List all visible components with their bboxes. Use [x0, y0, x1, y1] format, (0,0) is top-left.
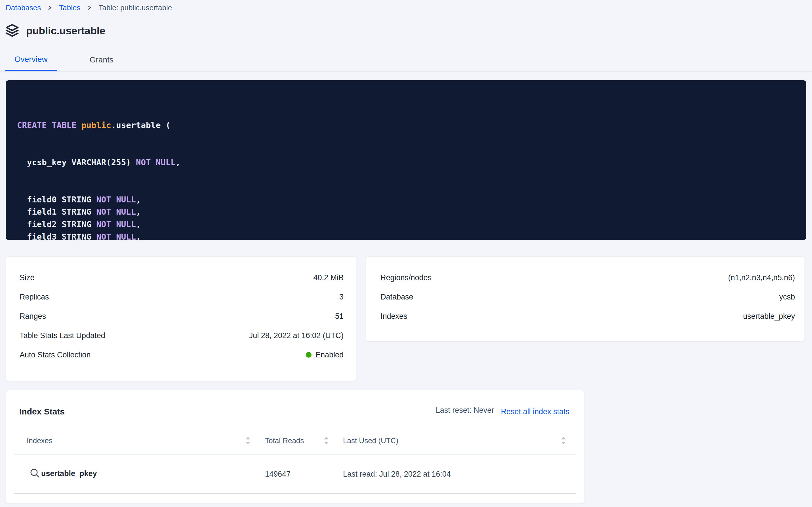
- sql-line: field0 STRING NOT NULL,: [17, 193, 798, 206]
- stat-label: Regions/nodes: [380, 273, 432, 282]
- table-row[interactable]: usertable_pkey 149647 Last read: Jul 28,…: [14, 454, 576, 494]
- stat-row: Table Stats Last Updated Jul 28, 2022 at…: [6, 326, 356, 345]
- stat-label: Size: [19, 273, 35, 282]
- last-used-value: Last read: Jul 28, 2022 at 16:04: [343, 470, 451, 478]
- stat-value: usertable_pkey: [743, 312, 795, 321]
- table-meta-card: Regions/nodes (n1,n2,n3,n4,n5,n6) Databa…: [366, 256, 804, 341]
- breadcrumb-link-tables[interactable]: Tables: [59, 3, 80, 12]
- sort-icon[interactable]: [323, 436, 330, 447]
- tab-grants[interactable]: Grants: [80, 49, 123, 71]
- stat-row: Replicas 3: [6, 287, 356, 306]
- sql-line: CREATE TABLE public.usertable (: [17, 119, 798, 132]
- reset-index-stats-link[interactable]: Reset all index stats: [501, 407, 569, 416]
- index-stats-card: Index Stats Last reset: Never Reset all …: [6, 390, 584, 503]
- sort-icon[interactable]: [560, 436, 567, 447]
- stat-label: Indexes: [380, 312, 408, 321]
- search-icon: [30, 468, 40, 480]
- sql-line: field3 STRING NOT NULL,: [17, 231, 798, 240]
- page-title-row: public.usertable: [5, 23, 105, 39]
- column-header-indexes[interactable]: Indexes: [27, 436, 53, 445]
- index-name[interactable]: usertable_pkey: [41, 469, 97, 478]
- stat-row: Indexes usertable_pkey: [366, 306, 804, 326]
- column-header-last-used[interactable]: Last Used (UTC): [343, 436, 398, 445]
- stat-value: Jul 28, 2022 at 16:02 (UTC): [249, 331, 343, 340]
- chevron-right-icon: [87, 5, 91, 10]
- stat-label: Database: [380, 293, 414, 301]
- stat-row: Regions/nodes (n1,n2,n3,n4,n5,n6): [366, 268, 804, 287]
- stat-row: Auto Stats Collection Enabled: [6, 345, 356, 364]
- sql-field-lines: field0 STRING NOT NULL, field1 STRING NO…: [17, 193, 798, 240]
- sql-line: field1 STRING NOT NULL,: [17, 206, 798, 218]
- page-title: public.usertable: [26, 25, 105, 37]
- breadcrumb-current: Table: public.usertable: [99, 3, 172, 12]
- table-stack-icon: [5, 23, 19, 39]
- stat-value: (n1,n2,n3,n4,n5,n6): [728, 273, 795, 282]
- column-header-total-reads[interactable]: Total Reads: [265, 436, 304, 445]
- table-details-page: Databases Tables Table: public.usertable…: [0, 0, 812, 507]
- stat-label: Replicas: [19, 293, 49, 301]
- stat-value: 3: [339, 293, 343, 301]
- stat-row: Ranges 51: [6, 306, 356, 326]
- sql-line: ycsb_key VARCHAR(255) NOT NULL,: [17, 156, 798, 169]
- tab-overview[interactable]: Overview: [5, 49, 57, 71]
- sql-line: field2 STRING NOT NULL,: [17, 218, 798, 231]
- status-badge: Enabled: [306, 351, 343, 359]
- last-reset-label[interactable]: Last reset: Never: [436, 406, 494, 417]
- breadcrumb-link-databases[interactable]: Databases: [6, 3, 41, 12]
- stat-value: ycsb: [779, 293, 795, 301]
- stat-label: Table Stats Last Updated: [19, 331, 105, 340]
- tab-bar: Overview Grants: [0, 49, 812, 71]
- sort-icon[interactable]: [245, 436, 251, 447]
- sql-create-statement: CREATE TABLE public.usertable ( ycsb_key…: [6, 80, 806, 240]
- stat-row: Database ycsb: [366, 287, 804, 306]
- index-table-header: Indexes Total Reads Last Used (UTC): [6, 435, 584, 447]
- status-dot-enabled: [306, 352, 312, 358]
- stat-value: 40.2 MiB: [313, 273, 343, 282]
- index-stats-title: Index Stats: [19, 407, 65, 416]
- total-reads-value: 149647: [265, 470, 291, 478]
- chevron-right-icon: [48, 5, 52, 10]
- stat-label: Ranges: [19, 312, 46, 321]
- table-stats-card: Size 40.2 MiB Replicas 3 Ranges 51 Table…: [6, 256, 356, 381]
- stat-label: Auto Stats Collection: [19, 351, 91, 359]
- stat-value: 51: [335, 312, 343, 321]
- index-stats-actions: Last reset: Never Reset all index stats: [436, 406, 569, 417]
- index-stats-header: Index Stats Last reset: Never Reset all …: [6, 406, 584, 417]
- breadcrumb: Databases Tables Table: public.usertable: [6, 2, 172, 13]
- stat-row: Size 40.2 MiB: [6, 268, 356, 287]
